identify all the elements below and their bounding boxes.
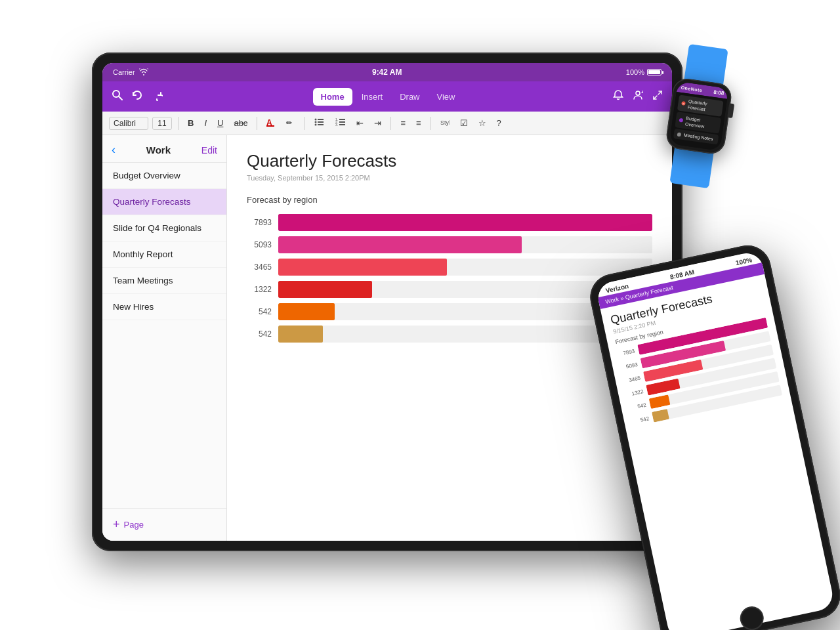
font-color-button[interactable]: A [263, 116, 279, 130]
italic-button[interactable]: I [201, 117, 210, 129]
svg-rect-18 [339, 119, 345, 120]
sidebar-item-new-hires[interactable]: New Hires [102, 294, 226, 320]
svg-text:3.: 3. [335, 123, 338, 127]
sidebar-item-slide-q4[interactable]: Slide for Q4 Regionals [102, 215, 226, 242]
bar-row: 3465 [247, 259, 652, 276]
watch-content: × Quarterly Forecast Budget Overview [669, 92, 727, 151]
highlight-button[interactable]: ✏ [283, 116, 299, 130]
phone-bar-label: 7893 [618, 348, 635, 357]
toolbar-tabs: Home Insert Draw View [313, 88, 463, 106]
sidebar-title: Work [146, 144, 171, 156]
styles-button[interactable]: Styles [437, 117, 453, 129]
svg-text:✏: ✏ [286, 119, 293, 127]
svg-line-1 [119, 96, 122, 100]
status-right: 100% [626, 68, 662, 76]
svg-text:+: + [641, 90, 643, 95]
profile-icon[interactable]: + [633, 90, 643, 103]
watch-body: OneNote 8:08 × Quarterly Forecast Budget… [665, 77, 733, 155]
bar-row: 542 [247, 326, 652, 343]
sidebar-item-team-meetings[interactable]: Team Meetings [102, 268, 226, 294]
toolbar-right: + [613, 90, 663, 103]
font-size[interactable]: 11 [152, 117, 172, 130]
help-button[interactable]: ? [494, 117, 505, 129]
watch-dot-1 [679, 118, 683, 123]
phone-bar-fill [649, 394, 671, 409]
align-left-button[interactable]: ≡ [397, 117, 409, 129]
format-bar: Calibri 11 B I U abc A ✏ 1.2. [102, 112, 672, 135]
bar-fill [278, 214, 652, 231]
sidebar-item-budget-overview[interactable]: Budget Overview [102, 163, 226, 189]
main-content: ‹ Work Edit Budget Overview Quarterly Fo… [102, 135, 672, 541]
status-left: Carrier [113, 68, 148, 77]
notification-icon[interactable] [613, 90, 623, 103]
bar-label: 7893 [247, 218, 272, 227]
chart: 7893 5093 3465 1322 542 542 [247, 214, 652, 343]
bar-label: 3465 [247, 262, 272, 272]
sidebar-back-button[interactable]: ‹ [112, 143, 116, 157]
watch-item-label-2: Meeting Notes [683, 132, 713, 142]
underline-button[interactable]: U [214, 117, 226, 129]
svg-rect-13 [318, 121, 324, 123]
sidebar: ‹ Work Edit Budget Overview Quarterly Fo… [102, 135, 227, 541]
watch-time: 8:08 [713, 89, 724, 96]
wifi-icon [139, 68, 148, 77]
outdent-button[interactable]: ⇥ [371, 117, 385, 129]
search-icon[interactable] [112, 89, 123, 104]
tab-insert[interactable]: Insert [354, 88, 391, 106]
svg-rect-20 [339, 124, 345, 125]
battery-label: 100% [626, 68, 644, 76]
watch-item-label-1: Budget Overview [684, 116, 717, 132]
bar-fill [278, 236, 522, 253]
phone-screen: Verizon 8:08 AM 100% Work » Quarterly Fo… [595, 250, 835, 630]
bar-fill [278, 281, 372, 298]
tab-draw[interactable]: Draw [392, 88, 427, 106]
bar-label: 5093 [247, 240, 272, 249]
page-meta: Tuesday, September 15, 2015 2:20PM [247, 174, 652, 182]
expand-icon[interactable] [652, 90, 663, 103]
phone-bar-label: 3465 [623, 375, 640, 384]
undo-icon[interactable] [131, 89, 143, 104]
bar-track [278, 236, 652, 253]
tab-view[interactable]: View [429, 88, 463, 106]
phone-bar-label: 5093 [620, 362, 638, 371]
bullet-list-button[interactable] [311, 116, 328, 130]
add-page-icon: + [113, 518, 120, 532]
sidebar-footer[interactable]: + Page [102, 508, 226, 541]
bar-fill [278, 259, 447, 276]
bar-track [278, 259, 652, 276]
tablet-screen: Carrier 9:42 AM 100% [102, 63, 672, 541]
watch-app-name: OneNote [681, 85, 702, 93]
strikethrough-button[interactable]: abc [230, 117, 251, 129]
bar-fill [278, 303, 335, 320]
watch-crown[interactable] [727, 103, 734, 118]
bar-row: 5093 [247, 236, 652, 253]
bar-label: 1322 [247, 285, 272, 294]
numbered-list-button[interactable]: 1.2.3. [332, 116, 349, 130]
format-separator-5 [430, 117, 431, 130]
svg-rect-19 [339, 121, 345, 123]
sidebar-item-quarterly-forecasts[interactable]: Quarterly Forecasts [102, 189, 226, 215]
scene: Carrier 9:42 AM 100% [59, 33, 781, 597]
format-separator-2 [257, 117, 257, 130]
tab-home[interactable]: Home [313, 88, 352, 106]
sidebar-header: ‹ Work Edit [102, 135, 226, 163]
svg-rect-14 [318, 124, 324, 125]
font-name[interactable]: Calibri [109, 117, 148, 130]
watch-dot-2 [677, 133, 681, 137]
star-button[interactable]: ☆ [475, 117, 490, 129]
bar-track [278, 214, 652, 231]
redo-icon[interactable] [151, 89, 163, 104]
phone-bar-label: 542 [632, 415, 650, 425]
phone-bar-fill [652, 409, 669, 423]
svg-rect-7 [266, 125, 274, 127]
sidebar-edit-button[interactable]: Edit [201, 145, 217, 156]
sidebar-item-monthly-report[interactable]: Monthly Report [102, 242, 226, 268]
svg-text:Styles: Styles [440, 119, 450, 126]
checkbox-button[interactable]: ☑ [457, 117, 471, 129]
bold-button[interactable]: B [184, 117, 197, 129]
align-right-button[interactable]: ≡ [413, 117, 425, 129]
phone: Verizon 8:08 AM 100% Work » Quarterly Fo… [586, 241, 840, 630]
indent-button[interactable]: ⇤ [353, 117, 367, 129]
watch-item-label-0: Quarterly Forecast [687, 98, 720, 115]
format-separator-3 [304, 117, 305, 130]
